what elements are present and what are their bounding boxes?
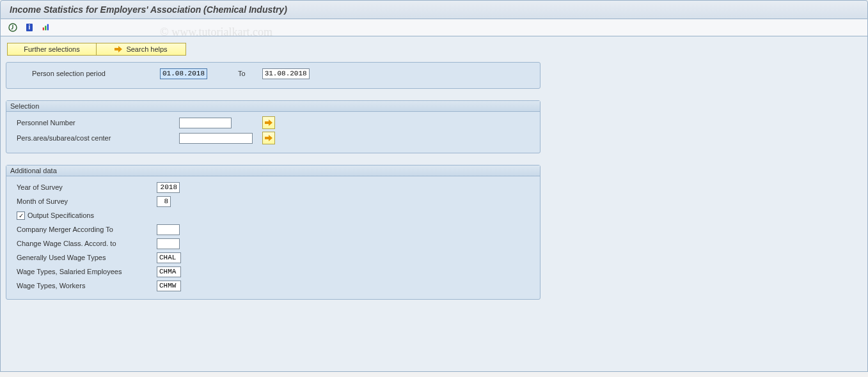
year-of-survey-label: Year of Survey: [13, 183, 157, 191]
output-spec-checkbox[interactable]: ✓: [17, 212, 25, 220]
further-selections-label: Further selections: [24, 45, 79, 53]
company-merger-input[interactable]: [157, 224, 180, 235]
month-of-survey-input[interactable]: [157, 196, 171, 207]
svg-rect-4: [45, 26, 46, 30]
person-selection-period-label: Person selection period: [13, 70, 160, 77]
additional-data-header: Additional data: [6, 165, 540, 176]
svg-rect-5: [47, 24, 49, 31]
period-group: Person selection period To: [6, 62, 541, 89]
change-wage-class-label: Change Wage Class. Accord. to: [13, 240, 157, 247]
year-of-survey-input[interactable]: [157, 182, 180, 193]
execute-icon[interactable]: [7, 22, 19, 33]
pers-area-multi-button[interactable]: [262, 132, 275, 144]
output-spec-label: Output Specifications: [28, 212, 94, 219]
main-body: Further selections Search helps Person s…: [0, 36, 868, 372]
period-to-input[interactable]: [262, 68, 310, 79]
salaried-wage-types-input[interactable]: [157, 266, 181, 277]
month-of-survey-label: Month of Survey: [13, 197, 157, 205]
selection-header: Selection: [6, 101, 540, 112]
chart-icon[interactable]: [40, 22, 52, 33]
salaried-wage-types-label: Wage Types, Salaried Employees: [13, 268, 157, 275]
page-title: Income Statistics for Employers' Associa…: [10, 4, 858, 15]
svg-rect-3: [43, 27, 44, 30]
change-wage-class-input[interactable]: [157, 238, 180, 249]
general-wage-types-label: Generally Used Wage Types: [13, 254, 157, 261]
search-helps-label: Search helps: [126, 45, 167, 53]
personnel-number-label: Personnel Number: [13, 119, 179, 127]
additional-data-group: Additional data Year of Survey Month of …: [6, 165, 541, 300]
personnel-number-input[interactable]: [179, 118, 232, 128]
search-helps-button[interactable]: Search helps: [97, 43, 186, 56]
selection-group: Selection Personnel Number Pers.area/sub…: [6, 100, 541, 153]
worker-wage-types-label: Wage Types, Workers: [13, 282, 157, 289]
general-wage-types-input[interactable]: [157, 252, 181, 263]
period-to-label: To: [238, 70, 246, 77]
pers-area-input[interactable]: [179, 133, 253, 144]
info-icon[interactable]: i: [24, 22, 35, 33]
title-bar: Income Statistics for Employers' Associa…: [0, 0, 868, 19]
period-from-input[interactable]: [160, 68, 207, 79]
company-merger-label: Company Merger According To: [13, 226, 157, 233]
selection-buttons: Further selections Search helps: [7, 43, 862, 56]
further-selections-button[interactable]: Further selections: [7, 43, 97, 56]
worker-wage-types-input[interactable]: [157, 281, 181, 291]
pers-area-label: Pers.area/subarea/cost center: [13, 134, 179, 142]
personnel-number-multi-button[interactable]: [262, 116, 275, 129]
arrow-right-icon: [114, 46, 122, 52]
svg-text:i: i: [29, 24, 31, 31]
toolbar: i: [0, 19, 868, 36]
